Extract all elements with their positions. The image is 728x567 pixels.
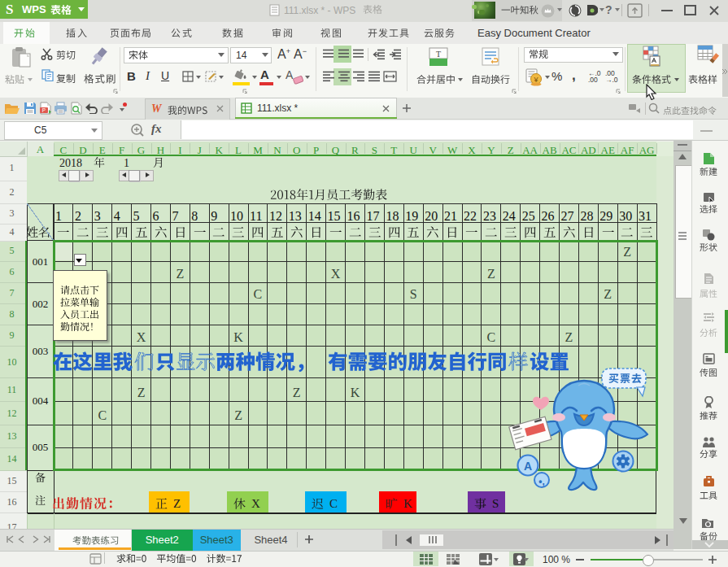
svg-text:•,: •, [538,476,545,487]
svg-text:A: A [524,460,532,473]
svg-text:T: T [436,50,441,59]
svg-text:P: P [42,107,46,113]
svg-text:¥: ¥ [533,76,538,84]
